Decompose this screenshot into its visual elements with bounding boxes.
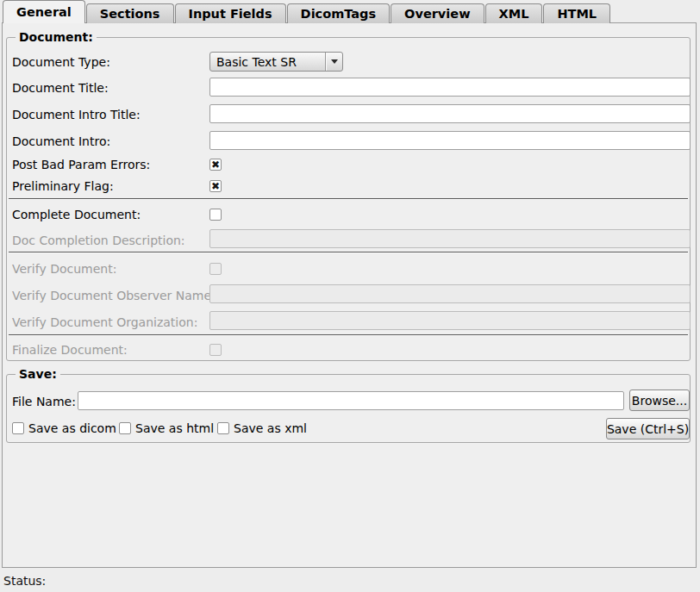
document-groupbox: Document: Document Type: Basic Text SR D… bbox=[6, 37, 691, 361]
general-tab-page: Document: Document Type: Basic Text SR D… bbox=[2, 22, 697, 568]
document-title-input[interactable] bbox=[209, 78, 691, 97]
document-type-value: Basic Text SR bbox=[210, 53, 325, 71]
document-intro-title-label: Document Intro Title: bbox=[12, 107, 141, 122]
verify-document-checkbox bbox=[209, 263, 222, 275]
tab-overview[interactable]: Overview bbox=[391, 3, 484, 23]
application-window: General Sections Input Fields DicomTags … bbox=[0, 0, 700, 592]
separator bbox=[9, 252, 688, 253]
browse-button[interactable]: Browse... bbox=[629, 389, 690, 411]
document-title-label: Document Title: bbox=[12, 80, 109, 96]
save-as-html-checkbox[interactable] bbox=[119, 422, 131, 434]
document-type-combobox[interactable]: Basic Text SR bbox=[209, 52, 343, 72]
verify-document-organization-label: Verify Document Organization: bbox=[12, 315, 197, 330]
doc-completion-description-input bbox=[209, 229, 691, 248]
finalize-document-checkbox bbox=[209, 344, 222, 356]
verify-document-organization-input bbox=[209, 311, 691, 330]
tab-input-fields[interactable]: Input Fields bbox=[175, 3, 286, 23]
document-group-title: Document: bbox=[16, 29, 97, 45]
save-as-xml-checkbox[interactable] bbox=[217, 422, 229, 434]
chevron-down-icon bbox=[331, 59, 338, 64]
save-as-dicom-checkbox[interactable] bbox=[12, 422, 24, 434]
complete-document-checkbox[interactable] bbox=[209, 209, 222, 221]
save-as-dicom-label: Save as dicom bbox=[28, 421, 116, 435]
preliminary-flag-checkbox[interactable]: ✖ bbox=[209, 180, 222, 192]
save-as-xml-label: Save as xml bbox=[234, 421, 307, 435]
document-intro-label: Document Intro: bbox=[12, 134, 110, 149]
complete-document-label: Complete Document: bbox=[12, 207, 141, 222]
file-name-input[interactable] bbox=[78, 391, 624, 410]
tab-dicomtags[interactable]: DicomTags bbox=[287, 3, 391, 23]
preliminary-flag-label: Preliminary Flag: bbox=[12, 178, 114, 194]
tab-html[interactable]: HTML bbox=[543, 3, 610, 23]
tab-bar: General Sections Input Fields DicomTags … bbox=[3, 0, 611, 23]
document-type-label: Document Type: bbox=[12, 54, 110, 70]
status-bar-label: Status: bbox=[3, 574, 46, 588]
save-as-html-label: Save as html bbox=[135, 421, 214, 435]
separator bbox=[9, 334, 688, 336]
post-bad-param-errors-label: Post Bad Param Errors: bbox=[12, 157, 150, 172]
document-intro-input[interactable] bbox=[209, 131, 691, 150]
document-intro-title-input[interactable] bbox=[209, 104, 691, 123]
verify-document-label: Verify Document: bbox=[12, 261, 116, 277]
tab-xml[interactable]: XML bbox=[485, 3, 543, 23]
file-name-label: File Name: bbox=[12, 394, 76, 409]
save-button[interactable]: Save (Ctrl+S) bbox=[606, 418, 690, 439]
tab-sections[interactable]: Sections bbox=[86, 3, 174, 23]
post-bad-param-errors-checkbox[interactable]: ✖ bbox=[209, 159, 222, 171]
doc-completion-description-label: Doc Completion Description: bbox=[12, 233, 185, 248]
save-groupbox: Save: File Name: Browse... Save as dicom… bbox=[6, 374, 691, 443]
separator bbox=[9, 198, 688, 200]
verify-document-observer-name-label: Verify Document Observer Name: bbox=[12, 288, 216, 303]
combobox-dropdown-button[interactable] bbox=[325, 53, 342, 71]
verify-document-observer-name-input bbox=[209, 284, 691, 303]
save-group-title: Save: bbox=[16, 366, 60, 382]
tab-general[interactable]: General bbox=[3, 0, 85, 23]
finalize-document-label: Finalize Document: bbox=[12, 342, 128, 358]
